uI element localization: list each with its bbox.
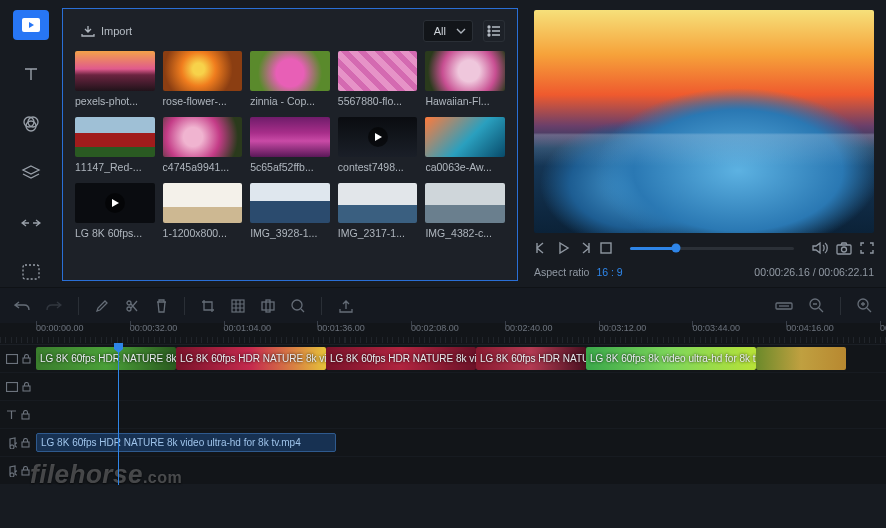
- undo-button[interactable]: [14, 300, 30, 312]
- rail-filters-button[interactable]: [13, 109, 49, 139]
- media-item[interactable]: IMG_4382-c...: [425, 183, 505, 239]
- svg-point-12: [127, 307, 131, 311]
- timeline-tracks: LG 8K 60fps HDR NATURE 8k videoLG 8K 60f…: [0, 345, 886, 485]
- preview-panel: Aspect ratio 16 : 9 00:00:26.16 / 00:06:…: [526, 0, 886, 287]
- split-button[interactable]: [125, 299, 139, 313]
- ruler-tick: 00:00:32.00: [130, 323, 178, 333]
- tool-rail: [0, 0, 62, 287]
- media-item-label: pexels-phot...: [75, 95, 155, 107]
- text-track-body[interactable]: [36, 401, 886, 428]
- video-track-body[interactable]: LG 8K 60fps HDR NATURE 8k videoLG 8K 60f…: [36, 345, 886, 372]
- rail-elements-button[interactable]: [13, 258, 49, 288]
- zoom-in-button[interactable]: [857, 298, 872, 313]
- timeline-clip[interactable]: LG 8K 60fps HDR NATURE 8k video: [326, 347, 476, 370]
- timeline-clip[interactable]: LG 8K 60fps 8k video ultra-hd for 8k tv.…: [586, 347, 756, 370]
- media-item[interactable]: rose-flower-...: [163, 51, 243, 107]
- freeze-frame-button[interactable]: [261, 299, 275, 313]
- lock-icon[interactable]: [21, 410, 30, 420]
- prev-frame-button[interactable]: [534, 242, 548, 254]
- play-button[interactable]: [556, 241, 570, 255]
- lock-icon[interactable]: [22, 354, 31, 364]
- audio-track-2-body[interactable]: [36, 457, 886, 484]
- crop-button[interactable]: [201, 299, 215, 313]
- mute-button[interactable]: [812, 241, 828, 255]
- media-item[interactable]: 5c65af52ffb...: [250, 117, 330, 173]
- ruler-tick: 00:03:12.00: [599, 323, 647, 333]
- media-item-label: 5c65af52ffb...: [250, 161, 330, 173]
- media-item[interactable]: 5567880-flo...: [338, 51, 418, 107]
- overlay-track-icon: [6, 382, 18, 392]
- media-item[interactable]: LG 8K 60fps...: [75, 183, 155, 239]
- zoom-effect-button[interactable]: [291, 299, 305, 313]
- fit-timeline-button[interactable]: [775, 300, 793, 312]
- lock-icon[interactable]: [22, 382, 31, 392]
- svg-rect-4: [23, 265, 39, 279]
- fullscreen-button[interactable]: [860, 242, 874, 254]
- timeline-clip[interactable]: LG 8K 60fps HDR NATURE 8k video: [176, 347, 326, 370]
- snapshot-button[interactable]: [836, 242, 852, 255]
- time-display: 00:00:26.16 / 00:06:22.11: [754, 266, 874, 278]
- next-frame-button[interactable]: [578, 242, 592, 254]
- svg-point-16: [292, 300, 302, 310]
- media-item[interactable]: IMG_2317-1...: [338, 183, 418, 239]
- media-item-label: zinnia - Cop...: [250, 95, 330, 107]
- media-item[interactable]: c4745a9941...: [163, 117, 243, 173]
- media-item[interactable]: 11147_Red-...: [75, 117, 155, 173]
- delete-button[interactable]: [155, 299, 168, 313]
- play-overlay-icon: [368, 127, 388, 147]
- view-mode-button[interactable]: [483, 20, 505, 42]
- audio-clip[interactable]: LG 8K 60fps HDR NATURE 8k video ultra-hd…: [36, 433, 336, 452]
- video-track: LG 8K 60fps HDR NATURE 8k videoLG 8K 60f…: [0, 345, 886, 373]
- rail-transitions-button[interactable]: [13, 208, 49, 238]
- media-thumbnail: [250, 183, 330, 223]
- export-button[interactable]: [338, 299, 354, 313]
- rail-text-button[interactable]: [13, 60, 49, 90]
- overlay-track: [0, 373, 886, 401]
- media-item[interactable]: contest7498...: [338, 117, 418, 173]
- media-grid: pexels-phot...rose-flower-...zinnia - Co…: [75, 51, 505, 239]
- edit-button[interactable]: [95, 299, 109, 313]
- lock-icon[interactable]: [21, 466, 30, 476]
- timeline-clip[interactable]: LG 8K 60fps HDR NATURE 8k video: [36, 347, 176, 370]
- redo-button[interactable]: [46, 300, 62, 312]
- rail-media-button[interactable]: [13, 10, 49, 40]
- audio-track-1: LG 8K 60fps HDR NATURE 8k video ultra-hd…: [0, 429, 886, 457]
- media-item[interactable]: zinnia - Cop...: [250, 51, 330, 107]
- media-thumbnail: [163, 51, 243, 91]
- filter-dropdown[interactable]: All: [423, 20, 473, 42]
- media-thumbnail: [163, 117, 243, 157]
- media-item-label: 11147_Red-...: [75, 161, 155, 173]
- overlay-track-body[interactable]: [36, 373, 886, 400]
- media-item[interactable]: Hawaiian-Fl...: [425, 51, 505, 107]
- audio-track-body[interactable]: LG 8K 60fps HDR NATURE 8k video ultra-hd…: [36, 429, 886, 456]
- preview-image: [534, 10, 874, 233]
- volume-slider[interactable]: [630, 247, 794, 250]
- svg-rect-24: [22, 414, 29, 419]
- svg-rect-23: [23, 386, 30, 391]
- stop-button[interactable]: [600, 242, 612, 254]
- svg-rect-14: [262, 302, 274, 310]
- media-item-label: IMG_4382-c...: [425, 227, 505, 239]
- svg-point-5: [488, 26, 490, 28]
- media-item-label: contest7498...: [338, 161, 418, 173]
- audio-track-icon: [6, 437, 17, 449]
- media-item[interactable]: ca0063e-Aw...: [425, 117, 505, 173]
- rail-overlays-button[interactable]: [13, 159, 49, 189]
- lock-icon[interactable]: [21, 438, 30, 448]
- timeline-clip[interactable]: [756, 347, 846, 370]
- media-item[interactable]: IMG_3928-1...: [250, 183, 330, 239]
- aspect-ratio-value[interactable]: 16 : 9: [596, 266, 622, 278]
- media-item-label: c4745a9941...: [163, 161, 243, 173]
- ruler-tick: 00:01:04.00: [224, 323, 272, 333]
- media-item[interactable]: 1-1200x800...: [163, 183, 243, 239]
- media-item-label: Hawaiian-Fl...: [425, 95, 505, 107]
- playhead[interactable]: [118, 345, 119, 485]
- media-item[interactable]: pexels-phot...: [75, 51, 155, 107]
- zoom-out-button[interactable]: [809, 298, 824, 313]
- timeline-clip[interactable]: LG 8K 60fps HDR NATURE 8k video: [476, 347, 586, 370]
- preview-controls: [534, 233, 874, 263]
- svg-rect-26: [22, 470, 29, 475]
- mosaic-button[interactable]: [231, 299, 245, 313]
- import-button[interactable]: Import: [75, 23, 138, 39]
- timeline-ruler[interactable]: 00:00:00.0000:00:32.0000:01:04.0000:01:3…: [0, 323, 886, 345]
